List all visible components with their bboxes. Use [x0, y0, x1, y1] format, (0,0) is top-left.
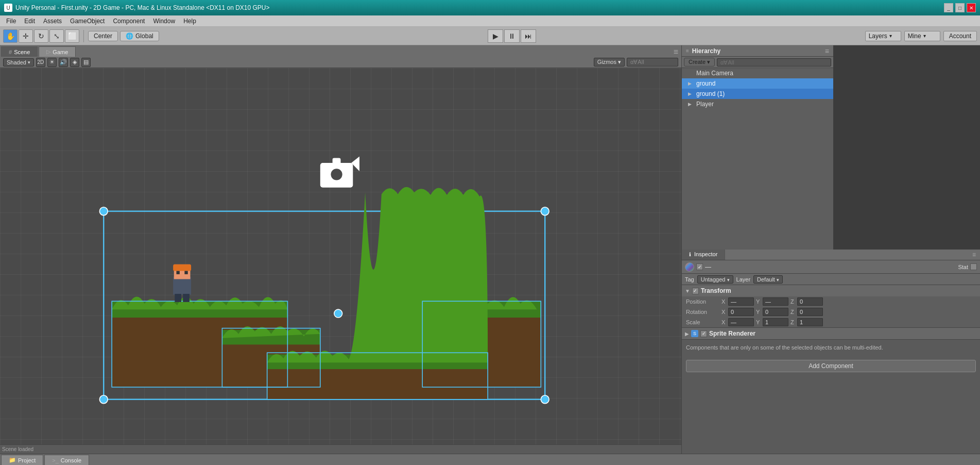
scale-y-field[interactable]: 1 — [763, 318, 788, 326]
scale-z-field[interactable]: 1 — [797, 318, 823, 326]
console-tab[interactable]: >_ Console — [44, 455, 89, 465]
scene-view-settings[interactable]: ▤ — [81, 58, 91, 67]
layer-dropdown[interactable]: Default — [753, 275, 783, 284]
global-button[interactable]: 🌐 Global — [120, 31, 159, 41]
scene-tab[interactable]: # Scene — [1, 46, 38, 57]
console-tab-icon: >_ — [52, 457, 59, 463]
sprite-renderer-header[interactable]: ▶ S ✓ Sprite Renderer — [682, 328, 980, 339]
menu-gameobject[interactable]: GameObject — [66, 16, 109, 26]
position-x-field[interactable]: — — [728, 297, 754, 306]
move-tool-button[interactable]: ✛ — [19, 29, 33, 43]
sprite-renderer-icon: S — [691, 330, 698, 337]
rotation-z-group: Z 0 — [790, 308, 823, 316]
scene-search[interactable]: α∀All — [627, 58, 678, 67]
gizmos-button[interactable]: Gizmos ▾ — [594, 58, 625, 67]
rotation-y-field[interactable]: 0 — [763, 308, 788, 316]
transform-tools: ✋ ✛ ↻ ⤡ ⬜ — [3, 29, 79, 43]
maximize-button[interactable]: □ — [955, 3, 965, 12]
game-tab-icon: ▷ — [46, 48, 50, 55]
minimize-button[interactable]: _ — [944, 3, 953, 12]
project-tab[interactable]: 📁 Project — [1, 455, 43, 465]
rect-tool-button[interactable]: ⬜ — [65, 29, 79, 43]
scale-x-field[interactable]: — — [728, 318, 754, 326]
scale-row: Scale X — Y 1 Z 1 — [682, 317, 980, 327]
hierarchy-item-label: ground (1) — [696, 90, 725, 97]
scene-panel-menu[interactable]: ≡ — [674, 47, 678, 57]
menu-window[interactable]: Window — [149, 16, 179, 26]
game-tab[interactable]: ▷ Game — [39, 46, 76, 57]
shading-dropdown[interactable]: Shaded — [3, 58, 34, 67]
position-row: Position X — Y — Z 0 — [682, 296, 980, 307]
tag-dropdown[interactable]: Untagged — [697, 275, 733, 284]
hierarchy-arrow: ▶ — [688, 81, 693, 86]
close-button[interactable]: ✕ — [967, 3, 976, 12]
position-z-group: Z 0 — [790, 297, 823, 306]
rotation-x-group: X 0 — [721, 308, 754, 316]
object-name-field[interactable]: — — [705, 263, 956, 271]
rotation-z-field[interactable]: 0 — [797, 308, 823, 316]
hierarchy-item-ground-1[interactable]: ▶ ground (1) — [682, 89, 833, 99]
position-x-group: X — — [721, 297, 754, 306]
transform-enabled-checkbox[interactable]: ✓ — [692, 288, 699, 294]
rotation-row: Rotation X 0 Y 0 Z 0 — [682, 307, 980, 317]
rotation-y-group: Y 0 — [756, 308, 788, 316]
inspector-tab[interactable]: ℹ Inspector — [682, 250, 725, 260]
audio-button[interactable]: 🔊 — [59, 58, 68, 67]
create-button[interactable]: Create ▾ — [684, 58, 715, 67]
project-tab-icon: 📁 — [9, 457, 16, 463]
2d-button[interactable]: 2D — [36, 58, 45, 67]
center-button[interactable]: Center — [88, 31, 118, 41]
menu-assets[interactable]: Assets — [39, 16, 66, 26]
scale-x-group: X — — [721, 318, 754, 326]
scene-tab-icon: # — [9, 49, 12, 55]
player — [173, 264, 191, 302]
hierarchy-arrow: ▶ — [688, 102, 693, 107]
mine-dropdown[interactable]: Mine — [904, 31, 940, 41]
hierarchy-item-label: Player — [696, 101, 714, 108]
menu-edit[interactable]: Edit — [20, 16, 39, 26]
sprite-renderer-enabled[interactable]: ✓ — [700, 330, 707, 337]
inspector-panel-menu[interactable]: ≡ — [968, 250, 980, 260]
center-dot — [334, 309, 342, 318]
effects-button[interactable]: ◈ — [70, 58, 79, 67]
position-y-field[interactable]: — — [763, 297, 788, 306]
svg-point-2 — [331, 169, 342, 180]
hierarchy-title: Hierarchy — [692, 47, 720, 55]
scene-view[interactable] — [0, 68, 681, 444]
rotation-x-field[interactable]: 0 — [728, 308, 754, 316]
lighting-button[interactable]: ☀ — [47, 58, 57, 67]
svg-rect-24 — [177, 271, 180, 274]
hierarchy-item-ground[interactable]: ▶ ground — [682, 78, 833, 89]
active-checkbox[interactable]: ✓ — [696, 263, 703, 270]
menu-file[interactable]: File — [2, 16, 20, 26]
add-component-button[interactable]: Add Component — [686, 360, 976, 372]
layers-dropdown[interactable]: Layers — [865, 31, 901, 41]
pause-button[interactable]: ⏸ — [504, 29, 520, 43]
hand-tool-button[interactable]: ✋ — [3, 29, 18, 43]
hierarchy-item-main-camera[interactable]: Main Camera — [682, 68, 833, 78]
menu-help[interactable]: Help — [179, 16, 200, 26]
step-button[interactable]: ⏭ — [521, 29, 536, 43]
play-button[interactable]: ▶ — [488, 29, 503, 43]
static-checkbox[interactable] — [970, 263, 977, 270]
hierarchy-panel-menu[interactable]: ≡ — [825, 47, 829, 55]
position-z-field[interactable]: 0 — [797, 297, 823, 306]
transform-header[interactable]: ▼ ✓ Transform — [682, 285, 980, 296]
static-label: Stat — [958, 264, 968, 270]
svg-rect-27 — [183, 294, 190, 302]
window-title: Unity Personal - First.unity - 2D Game -… — [15, 4, 944, 11]
account-button[interactable]: Account — [943, 31, 977, 41]
toolbar: ✋ ✛ ↻ ⤡ ⬜ Center 🌐 Global ▶ ⏸ ⏭ Layers M… — [0, 27, 980, 45]
panels-row: # Scene ▷ Game ≡ Shaded 2D ☀ — [0, 45, 980, 454]
position-label: Position — [686, 298, 719, 305]
svg-point-6 — [541, 207, 549, 215]
hierarchy-search-input[interactable] — [717, 58, 831, 67]
position-y-group: Y — — [756, 297, 788, 306]
play-controls: ▶ ⏸ ⏭ — [488, 29, 536, 43]
hierarchy-items: Main Camera ▶ ground ▶ ground (1) ▶ Play… — [682, 68, 833, 250]
menu-component[interactable]: Component — [109, 16, 149, 26]
rotate-tool-button[interactable]: ↻ — [34, 29, 48, 43]
hierarchy-icon: ≡ — [686, 48, 689, 54]
hierarchy-item-player[interactable]: ▶ Player — [682, 99, 833, 109]
scale-tool-button[interactable]: ⤡ — [49, 29, 64, 43]
